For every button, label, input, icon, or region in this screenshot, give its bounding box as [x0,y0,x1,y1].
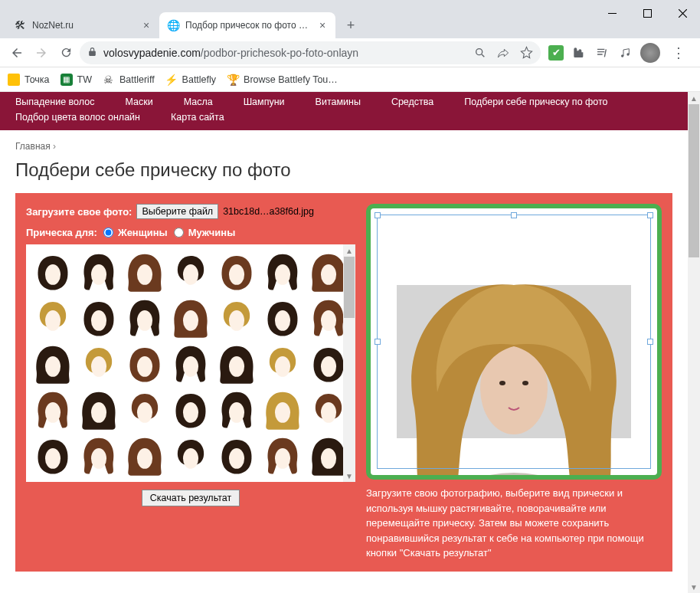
hairstyle-thumb[interactable] [31,341,75,385]
svg-point-34 [91,448,106,469]
minimize-button[interactable] [594,0,630,26]
chrome-menu-button[interactable]: ⋮ [668,44,689,61]
tool-panel: Загрузите свое фото: Выберите файл 31bc1… [15,193,672,572]
music-icon[interactable] [617,45,633,61]
hairstyle-thumb[interactable] [31,249,75,293]
tab-noznet[interactable]: 🛠 NozNet.ru × [6,12,159,38]
hairstyle-thumb[interactable] [214,249,259,293]
svg-point-27 [91,402,106,423]
hairstyle-thumb[interactable] [31,295,75,339]
hairstyle-thumb[interactable] [123,341,167,385]
bookmark-star-icon[interactable] [519,46,533,60]
address-bar[interactable]: volosvypadenie.com/podbor-prichesok-po-f… [80,41,541,64]
profile-avatar[interactable] [640,43,660,63]
download-button[interactable]: Скачать результат [142,490,240,506]
hairstyle-thumb[interactable] [214,295,259,339]
svg-point-15 [183,310,198,331]
reload-button[interactable] [55,42,77,64]
hairstyle-thumb[interactable] [77,295,121,339]
nav-link[interactable]: Масла [184,97,213,107]
nav-link[interactable]: Витамины [316,97,361,107]
hairstyle-thumb[interactable] [260,433,305,477]
hairstyle-thumb[interactable] [168,295,213,339]
bolt-icon: ⚡ [165,74,178,86]
hairstyle-thumb[interactable] [260,387,305,431]
search-icon[interactable] [473,46,487,60]
gender-radio-female[interactable] [103,228,113,238]
titlebar: 🛠 NozNet.ru × 🌐 Подбор причесок по фото … [0,0,700,38]
scroll-down-button[interactable]: ▼ [688,581,700,593]
preview-canvas[interactable] [366,204,662,480]
scroll-thumb[interactable] [344,257,355,318]
close-window-button[interactable] [665,0,700,26]
lock-icon [87,47,97,59]
hairstyle-thumb[interactable] [77,249,121,293]
gender-row: Прическа для: Женщины Мужчины [26,227,355,238]
nav-link[interactable]: Средства [391,97,433,107]
nav-link[interactable]: Подбери себе прическу по фото [464,97,607,107]
tab-title: Подбор причесок по фото онла [185,20,311,31]
hairstyle-thumb[interactable] [123,249,167,293]
share-icon[interactable] [496,46,510,60]
hairstyle-thumb[interactable] [168,249,213,293]
scroll-down-button[interactable]: ▼ [343,470,355,482]
new-tab-button[interactable]: + [340,15,361,36]
resize-handle-e[interactable] [647,339,653,345]
close-icon[interactable]: × [317,20,328,31]
toolbar: volosvypadenie.com/podbor-prichesok-po-f… [0,38,700,67]
resize-handle-nw[interactable] [375,212,381,218]
svg-point-26 [45,402,61,423]
hairstyle-thumb[interactable] [123,295,167,339]
svg-point-7 [137,264,152,285]
hairstyle-thumb[interactable] [31,433,75,477]
svg-point-5 [45,264,61,285]
resize-handle-w[interactable] [375,339,381,345]
adblock-icon[interactable]: ✔ [548,45,564,61]
scroll-thumb[interactable] [689,104,699,257]
hairstyle-thumb[interactable] [123,387,167,431]
svg-point-21 [137,356,152,377]
resize-handle-n[interactable] [511,212,517,218]
nav-link[interactable]: Шампуни [244,97,285,107]
hairstyle-thumb[interactable] [77,341,121,385]
hairstyle-thumb[interactable] [260,341,305,385]
scroll-up-button[interactable]: ▲ [343,244,355,257]
maximize-button[interactable] [630,0,665,26]
extension-icon[interactable] [571,45,587,61]
hairstyle-thumb[interactable] [168,341,213,385]
nav-link[interactable]: Выпадение волос [15,97,94,107]
bookmark-tochka[interactable]: Точка [8,74,50,86]
svg-point-37 [229,448,244,469]
back-button[interactable] [6,42,28,64]
hairstyle-thumb[interactable] [168,387,213,431]
tab-hairstyle[interactable]: 🌐 Подбор причесок по фото онла × [159,12,335,38]
hairstyle-thumb[interactable] [214,387,259,431]
hairstyle-thumb[interactable] [31,387,75,431]
bookmark-battleriff[interactable]: ☠ Battleriff [103,74,155,86]
bookmark-tw[interactable]: ▦ TW [61,74,92,86]
hairstyle-thumb[interactable] [168,433,213,477]
choose-file-button[interactable]: Выберите файл [136,204,218,219]
hairstyle-thumb[interactable] [260,249,305,293]
selection-outline[interactable] [377,215,651,469]
reading-list-icon[interactable] [594,45,610,61]
svg-rect-0 [608,13,617,14]
hairstyle-thumb[interactable] [214,341,259,385]
hairstyle-thumb[interactable] [77,387,121,431]
close-icon[interactable]: × [141,20,152,31]
nav-link[interactable]: Подбор цвета волос онлайн [15,112,140,123]
gender-radio-male[interactable] [174,228,184,238]
hairstyle-thumb[interactable] [123,433,167,477]
nav-link[interactable]: Карта сайта [171,112,224,123]
bookmark-battlefy[interactable]: 🏆 Browse Battlefy Tou… [227,74,338,86]
resize-handle-ne[interactable] [647,212,653,218]
breadcrumb-home[interactable]: Главная [15,141,51,152]
svg-point-9 [229,264,244,285]
hairstyle-thumb[interactable] [77,433,121,477]
scroll-up-button[interactable]: ▲ [688,92,700,104]
forward-button[interactable] [31,42,52,64]
nav-link[interactable]: Маски [125,97,152,107]
hairstyle-thumb[interactable] [214,433,259,477]
hairstyle-thumb[interactable] [260,295,305,339]
bookmark-battlefly[interactable]: ⚡ Battlefly [165,74,216,86]
